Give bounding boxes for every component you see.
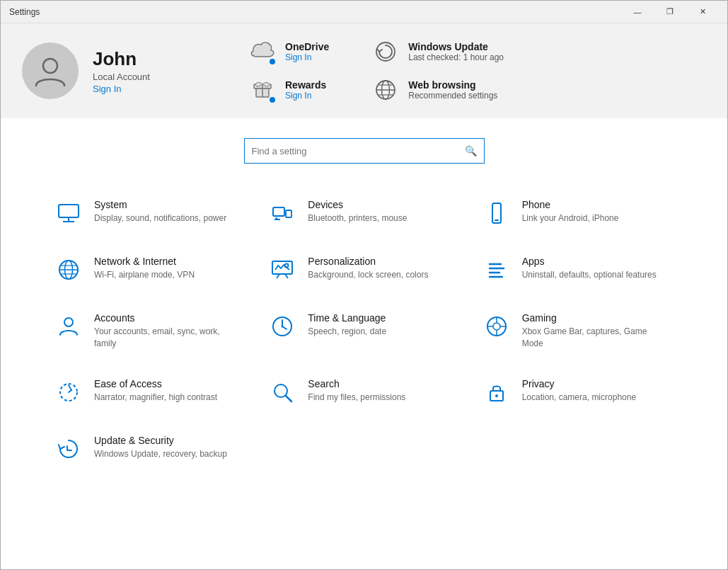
search-icon: 🔍 [465,145,477,156]
update-desc: Windows Update, recovery, backup [94,448,227,460]
devices-title: Devices [308,199,407,210]
time-desc: Speech, region, date [308,326,386,338]
search-title: Search [308,378,405,389]
titlebar-controls: — ❐ ✕ [621,1,719,23]
user-name: John [93,48,192,70]
profile-header: John Local Account Sign In OneDrive Sign… [1,23,727,118]
maximize-button[interactable]: ❐ [654,1,686,23]
gaming-text: Gaming Xbox Game Bar, captures, Game Mod… [522,312,664,350]
phone-title: Phone [522,199,619,210]
personalization-icon [268,256,296,284]
apps-icon [483,256,511,284]
web-browsing-icon [371,76,400,104]
apps-title: Apps [522,256,657,267]
svg-line-43 [69,390,71,392]
onedrive-title: OneDrive [285,41,329,52]
privacy-text: Privacy Location, camera, microphone [522,378,636,404]
system-title: System [94,199,226,210]
time-text: Time & Language Speech, region, date [308,312,386,338]
network-title: Network & Internet [94,256,195,267]
accounts-icon [54,312,83,341]
user-account-type: Local Account [93,72,192,82]
system-icon [54,199,83,227]
windows-update-sub: Last checked: 1 hour ago [408,52,504,62]
personalization-text: Personalization Background, lock screen,… [308,256,428,281]
rewards-sub: Sign In [285,91,326,101]
update-title: Update & Security [94,435,227,446]
settings-item-network[interactable]: Network & Internet Wi-Fi, airplane mode,… [43,241,257,298]
settings-item-privacy[interactable]: Privacy Location, camera, microphone [471,364,685,421]
settings-item-update[interactable]: Update & Security Windows Update, recove… [43,421,257,477]
settings-item-system[interactable]: System Display, sound, notifications, po… [43,185,257,241]
svg-rect-10 [59,205,79,217]
avatar [22,42,79,99]
windows-update-text: Windows Update Last checked: 1 hour ago [408,41,504,62]
settings-item-accounts[interactable]: Accounts Your accounts, email, sync, wor… [43,298,257,364]
system-text: System Display, sound, notifications, po… [94,199,226,224]
settings-grid: System Display, sound, notifications, po… [1,178,727,484]
privacy-title: Privacy [522,378,636,389]
network-icon [54,256,83,284]
svg-point-36 [493,323,500,330]
rewards-title: Rewards [285,79,326,91]
onedrive-item[interactable]: OneDrive Sign In [248,38,329,66]
time-icon [268,312,296,341]
settings-item-apps[interactable]: Apps Uninstall, defaults, optional featu… [471,241,685,298]
privacy-desc: Location, camera, microphone [522,392,636,404]
rewards-item[interactable]: Rewards Sign In [248,76,329,104]
web-browsing-text: Web browsing Recommended settings [408,79,497,101]
update-icon [54,435,83,463]
network-text: Network & Internet Wi-Fi, airplane mode,… [94,256,195,281]
svg-rect-24 [272,261,292,274]
search-text: Search Find my files, permissions [308,378,405,404]
onedrive-status-dot [268,57,277,66]
onedrive-icon [248,38,277,66]
rewards-status-dot [268,96,277,104]
devices-text: Devices Bluetooth, printers, mouse [308,199,407,224]
settings-item-phone[interactable]: Phone Link your Android, iPhone [471,185,685,241]
apps-text: Apps Uninstall, defaults, optional featu… [522,256,657,281]
search-container: 🔍 [1,118,727,178]
svg-rect-13 [273,207,284,216]
onedrive-sub: Sign In [285,52,329,62]
svg-point-0 [43,59,57,73]
cloud-services: OneDrive Sign In Rewards Sign In [248,38,329,104]
search-input[interactable] [252,146,459,156]
gaming-icon [483,312,511,341]
settings-item-personalization[interactable]: Personalization Background, lock screen,… [257,241,470,298]
web-browsing-title: Web browsing [408,79,497,91]
personalization-title: Personalization [308,256,428,267]
rewards-icon [248,76,277,104]
close-button[interactable]: ✕ [686,1,719,23]
web-browsing-item[interactable]: Web browsing Recommended settings [371,76,504,104]
settings-item-search[interactable]: Search Find my files, permissions [257,364,470,421]
ease-title: Ease of Access [94,378,217,389]
search-desc: Find my files, permissions [308,392,405,404]
personalization-desc: Background, lock screen, colors [308,269,428,281]
search-icon [268,378,296,406]
gaming-desc: Xbox Game Bar, captures, Game Mode [522,326,664,350]
privacy-icon [483,378,511,406]
sign-in-link[interactable]: Sign In [93,84,192,94]
titlebar: Settings — ❐ ✕ [1,1,727,23]
settings-item-time[interactable]: Time & Language Speech, region, date [257,298,470,364]
svg-line-42 [69,385,71,390]
titlebar-title: Settings [9,7,621,17]
devices-desc: Bluetooth, printers, mouse [308,212,407,224]
phone-icon [483,199,511,227]
apps-desc: Uninstall, defaults, optional features [522,269,657,281]
ease-text: Ease of Access Narrator, magnifier, high… [94,378,217,404]
phone-text: Phone Link your Android, iPhone [522,199,619,224]
settings-item-ease[interactable]: Ease of Access Narrator, magnifier, high… [43,364,257,421]
svg-point-47 [495,394,498,397]
settings-item-devices[interactable]: Devices Bluetooth, printers, mouse [257,185,470,241]
minimize-button[interactable]: — [621,1,654,23]
network-desc: Wi-Fi, airplane mode, VPN [94,269,195,281]
windows-update-item[interactable]: Windows Update Last checked: 1 hour ago [371,38,504,66]
system-services: Windows Update Last checked: 1 hour ago … [371,38,504,104]
windows-update-icon [371,38,400,66]
settings-item-gaming[interactable]: Gaming Xbox Game Bar, captures, Game Mod… [471,298,685,364]
accounts-desc: Your accounts, email, sync, work, family [94,326,236,350]
windows-update-title: Windows Update [408,41,504,52]
user-info: John Local Account Sign In [93,48,192,94]
